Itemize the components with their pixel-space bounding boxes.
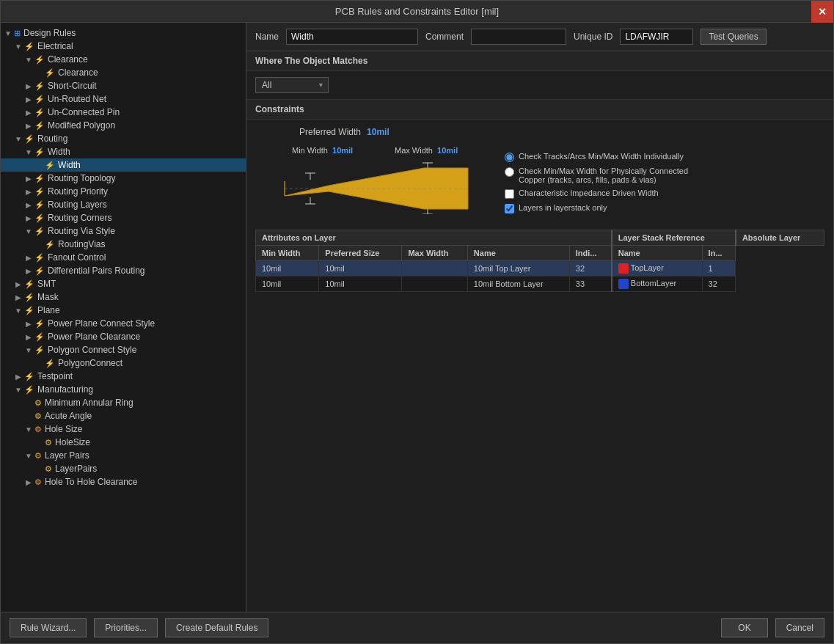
comment-input[interactable] xyxy=(471,29,566,45)
rule-wizard-button[interactable]: Rule Wizard... xyxy=(10,618,87,637)
check-row-3: Layers in layerstack only xyxy=(505,203,688,213)
tree-item-hole-size[interactable]: ▼⚙Hole Size xyxy=(1,422,246,436)
table-row[interactable]: 10mil10mil10mil Top Layer32 TopLayer1 xyxy=(256,261,824,277)
tree-label: Hole To Hole Clearance xyxy=(45,477,138,487)
table-section: Attributes on Layer Layer Stack Referenc… xyxy=(255,230,824,292)
tree-label: LayerPairs xyxy=(55,464,97,474)
tree-icon: ⚡ xyxy=(34,253,45,263)
dialog-title: PCB Rules and Constraints Editor [mil] xyxy=(335,6,499,17)
tree-item-routing-via-style[interactable]: ▼⚡Routing Via Style xyxy=(1,224,246,238)
tree-label: Routing xyxy=(37,133,67,144)
tree-arrow: ▶ xyxy=(14,280,23,288)
tree-item-routing-topology[interactable]: ▶⚡Routing Topology xyxy=(1,172,246,185)
priorities-button[interactable]: Priorities... xyxy=(94,618,158,637)
tree-arrow: ▶ xyxy=(24,478,33,486)
tree-item-hole-size-rule[interactable]: ⚙HoleSize xyxy=(1,436,246,449)
ok-button[interactable]: OK xyxy=(721,618,767,637)
tree-item-short-circuit[interactable]: ▶⚡Short-Circuit xyxy=(1,79,246,92)
tree-icon: ⚡ xyxy=(34,95,45,104)
cell-preferred-size: 10mil xyxy=(319,261,402,277)
close-button[interactable]: ✕ xyxy=(811,1,833,23)
width-diagram: Min Width 10mil Max Width 10mil xyxy=(255,146,824,219)
tree-item-clearance-folder[interactable]: ▼⚡Clearance xyxy=(1,53,246,66)
tree-item-mask[interactable]: ▶⚡Mask xyxy=(1,290,246,304)
tree-icon: ⚙ xyxy=(45,438,52,447)
tree-item-polygon-connect[interactable]: ▼⚡Polygon Connect Style xyxy=(1,343,246,356)
tree-item-min-annular-ring[interactable]: ⚙Minimum Annular Ring xyxy=(1,396,246,409)
tree-item-manufacturing[interactable]: ▼⚡Manufacturing xyxy=(1,383,246,396)
tree-arrow: ▼ xyxy=(14,135,23,143)
cell-index: 32 xyxy=(569,261,611,277)
tree-item-routing-vias[interactable]: ⚡RoutingVias xyxy=(1,238,246,251)
create-default-button[interactable]: Create Default Rules xyxy=(165,618,268,637)
table-row[interactable]: 10mil10mil10mil Bottom Layer33 BottomLay… xyxy=(256,277,824,292)
checkbox-impedance[interactable] xyxy=(505,189,514,199)
col-index: Indi... xyxy=(569,246,611,261)
tree-item-differential-pairs[interactable]: ▶⚡Differential Pairs Routing xyxy=(1,264,246,277)
where-dropdown[interactable]: All Custom Query Net Net Class Layer xyxy=(255,77,329,93)
cell-index: 33 xyxy=(569,277,611,292)
tree-label: Short-Circuit xyxy=(48,81,97,91)
checkbox-impedance-label: Characteristic Impedance Driven Width xyxy=(519,189,659,197)
tree-item-hole-to-hole[interactable]: ▶⚙Hole To Hole Clearance xyxy=(1,475,246,489)
name-input[interactable] xyxy=(286,29,418,45)
cell-abs-index: 32 xyxy=(702,277,736,292)
tree-label: Routing Via Style xyxy=(48,226,115,236)
tree-item-acute-angle[interactable]: ⚙Acute Angle xyxy=(1,409,246,422)
tree-item-testpoint[interactable]: ▶⚡Testpoint xyxy=(1,370,246,383)
col-min-width: Min Width xyxy=(256,246,319,261)
tree-label: Hole Size xyxy=(45,424,82,434)
cancel-button[interactable]: Cancel xyxy=(775,618,824,637)
track-diagram-svg xyxy=(270,159,483,214)
table-header-row: Attributes on Layer Layer Stack Referenc… xyxy=(256,230,824,246)
tree-arrow: ▶ xyxy=(24,254,33,262)
cell-min-width: 10mil xyxy=(256,277,319,292)
tree-item-electrical[interactable]: ▼⚡Electrical xyxy=(1,40,246,53)
tree-label: Minimum Annular Ring xyxy=(45,398,133,408)
tree-arrow: ▼ xyxy=(14,307,23,315)
uid-input[interactable] xyxy=(620,29,693,45)
tree-item-design-rules[interactable]: ▼⊞Design Rules xyxy=(1,26,246,40)
tree-item-power-plane-connect[interactable]: ▶⚡Power Plane Connect Style xyxy=(1,317,246,330)
tree-item-plane[interactable]: ▼⚡Plane xyxy=(1,304,246,317)
tree-item-un-routed-net[interactable]: ▶⚡Un-Routed Net xyxy=(1,92,246,106)
tree-item-width-rule[interactable]: ⚡Width xyxy=(1,158,246,172)
tree-item-clearance-rule[interactable]: ⚡Clearance xyxy=(1,66,246,79)
comment-label: Comment xyxy=(425,32,464,42)
tree-icon: ⚙ xyxy=(34,451,42,461)
test-queries-button[interactable]: Test Queries xyxy=(701,29,766,45)
tree-item-power-plane-clearance[interactable]: ▶⚡Power Plane Clearance xyxy=(1,330,246,343)
tree-item-fanout-control[interactable]: ▶⚡Fanout Control xyxy=(1,251,246,264)
tree-icon: ⚡ xyxy=(34,332,45,342)
tree-label: Un-Routed Net xyxy=(48,94,106,104)
radio-connected[interactable] xyxy=(505,167,514,177)
tree-item-smt[interactable]: ▶⚡SMT xyxy=(1,277,246,290)
tree-label: Design Rules xyxy=(23,28,76,38)
tree-item-routing[interactable]: ▼⚡Routing xyxy=(1,132,246,145)
col-name: Name xyxy=(467,246,569,261)
preferred-width-row: Preferred Width 10mil xyxy=(299,127,824,137)
tree-item-width-folder[interactable]: ▼⚡Width xyxy=(1,145,246,158)
table-subheader-row: Min Width Preferred Size Max Width Name … xyxy=(256,246,824,261)
tree-item-layer-pairs-rule[interactable]: ⚙LayerPairs xyxy=(1,462,246,475)
radio-individual[interactable] xyxy=(505,153,514,162)
tree-item-un-connected-pin[interactable]: ▶⚡Un-Connected Pin xyxy=(1,106,246,119)
cell-abs-name: BottomLayer xyxy=(612,277,702,292)
col-max-width: Max Width xyxy=(402,246,467,261)
tree-arrow: ▼ xyxy=(24,56,33,64)
tree-item-modified-polygon[interactable]: ▶⚡Modified Polygon xyxy=(1,119,246,132)
check-row-0: Check Tracks/Arcs Min/Max Width Individu… xyxy=(505,152,688,162)
tree-item-routing-layers[interactable]: ▶⚡Routing Layers xyxy=(1,198,246,211)
tree-label: Testpoint xyxy=(37,371,73,381)
checkbox-layerstack[interactable] xyxy=(505,204,514,213)
bottom-bar: Rule Wizard... Priorities... Create Defa… xyxy=(1,612,833,643)
tree-icon: ⚡ xyxy=(34,147,45,157)
tree-icon: ⚡ xyxy=(34,187,45,197)
tree-icon: ⚡ xyxy=(45,240,55,249)
tree-label: Routing Corners xyxy=(48,213,111,223)
tree-item-layer-pairs[interactable]: ▼⚙Layer Pairs xyxy=(1,449,246,462)
tree-label: Power Plane Clearance xyxy=(48,332,140,342)
tree-item-routing-corners[interactable]: ▶⚡Routing Corners xyxy=(1,211,246,224)
tree-item-routing-priority[interactable]: ▶⚡Routing Priority xyxy=(1,185,246,198)
tree-item-polygon-connect-rule[interactable]: ⚡PolygonConnect xyxy=(1,356,246,370)
